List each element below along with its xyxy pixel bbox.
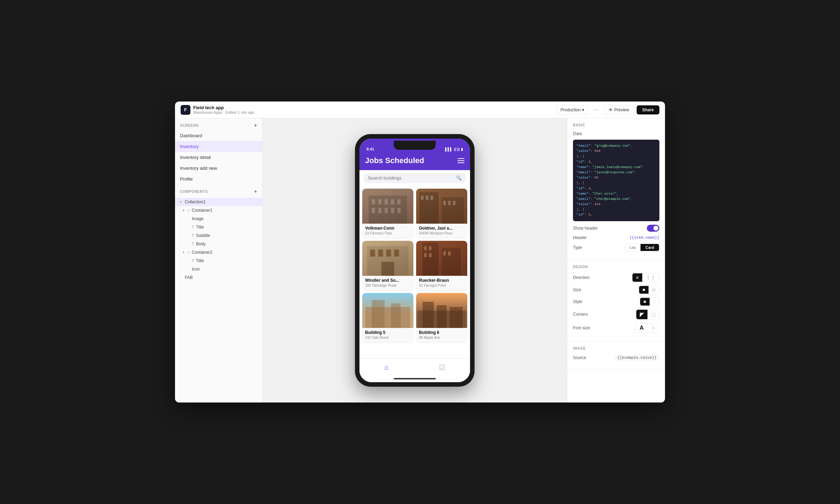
tree-item-icon[interactable]: Icon xyxy=(175,265,262,273)
card-address-5: 142 Oak Street xyxy=(365,336,411,340)
tree-item-subtitle[interactable]: T Subtitle xyxy=(175,231,262,240)
hamburger-menu-button[interactable] xyxy=(457,158,464,163)
code-line: }, { xyxy=(576,154,656,159)
svg-rect-21 xyxy=(378,250,383,257)
tab-tasks[interactable]: ☑ xyxy=(439,363,445,372)
tree-item-collection1[interactable]: ▾ Collection1 xyxy=(175,198,262,206)
corners-rounded-button[interactable]: ◤ xyxy=(636,310,648,319)
header-row: Header {{item.name}} xyxy=(573,235,659,240)
tree-item-label: Icon xyxy=(192,267,200,272)
basic-label: BASIC xyxy=(573,123,659,127)
eye-icon: 👁 xyxy=(609,107,613,112)
svg-rect-9 xyxy=(391,208,394,213)
corners-toggle: ◤ ◻ xyxy=(636,309,659,320)
svg-rect-6 xyxy=(372,208,375,213)
type-card-button[interactable]: Card xyxy=(640,244,659,251)
svg-rect-35 xyxy=(391,303,400,328)
svg-rect-2 xyxy=(378,199,382,204)
card-info-3: Windler and So... 180 Talmadge Road xyxy=(362,276,413,290)
building-card-5[interactable]: Building 5 142 Oak Street xyxy=(362,293,413,342)
card-address-3: 180 Talmadge Road xyxy=(365,284,411,287)
show-header-row: Show header xyxy=(573,225,659,232)
font-size-label: Font size xyxy=(573,326,590,330)
show-header-toggle[interactable] xyxy=(647,225,659,232)
card-name-6: Building 6 xyxy=(419,330,464,335)
style-label: Style xyxy=(573,299,582,304)
container-icon: □ xyxy=(188,251,190,254)
building-card-4[interactable]: Ruecker-Braun 52 Farragut Point xyxy=(416,241,467,290)
svg-rect-7 xyxy=(378,208,382,213)
tab-home[interactable]: ⌂ xyxy=(384,363,388,371)
direction-cols-button[interactable]: ⋮⋮ xyxy=(642,273,659,282)
svg-rect-39 xyxy=(450,307,463,328)
tree-item-container1[interactable]: ▾ □ Container1 xyxy=(175,206,262,215)
building-card-3[interactable]: Windler and So... 180 Talmadge Road xyxy=(362,241,413,290)
app-icon: F xyxy=(181,105,190,115)
size-half-button[interactable]: ⊞ xyxy=(649,286,659,294)
chevron-down-icon: ▾ xyxy=(582,107,584,112)
tree-item-body[interactable]: T Body xyxy=(175,240,262,248)
design-section: DESIGN Direction ≡ ⋮⋮ Size ■ ⊞ xyxy=(567,260,665,342)
svg-rect-32 xyxy=(448,251,450,255)
direction-toggle: ≡ ⋮⋮ xyxy=(632,273,659,282)
card-address-2: 34699 Westport Pass xyxy=(419,231,464,235)
svg-rect-15 xyxy=(430,196,433,200)
style-filled-button[interactable]: ■ xyxy=(640,298,650,306)
phone-mockup: 9:41 ▌▌▌ ((·)) ▮ Jobs Scheduled xyxy=(355,134,474,386)
search-input[interactable] xyxy=(368,175,453,181)
screen-item-inventory-detail[interactable]: Inventory detail xyxy=(175,152,262,163)
source-row: Source {{example.value}} xyxy=(573,355,659,361)
svg-rect-38 xyxy=(437,305,446,328)
search-box[interactable]: 🔍 xyxy=(364,173,466,183)
more-options-button[interactable]: ··· xyxy=(591,105,601,115)
tree-item-label: Subtitle xyxy=(196,233,210,238)
direction-rows-button[interactable]: ≡ xyxy=(632,273,642,282)
screen-item-profile[interactable]: Profile xyxy=(175,174,262,184)
code-line: "email": "greg@company.com", xyxy=(576,143,656,148)
phone-screen: 9:41 ▌▌▌ ((·)) ▮ Jobs Scheduled xyxy=(359,139,470,382)
screen-item-inventory[interactable]: Inventory xyxy=(175,141,262,152)
preview-button[interactable]: 👁 Preview xyxy=(604,105,634,114)
building-card-2[interactable]: Goldner, Jast a... 34699 Westport Pass xyxy=(416,189,467,238)
type-list-button[interactable]: List xyxy=(625,244,640,251)
app-subtitle: Warehouse Apps · Edited 1 min ago xyxy=(193,110,554,114)
add-component-button[interactable]: + xyxy=(254,189,257,194)
add-screen-button[interactable]: + xyxy=(254,122,257,128)
main-layout: SCREENS + Dashboard Inventory Inventory … xyxy=(175,118,665,402)
share-button[interactable]: Share xyxy=(637,105,659,114)
svg-rect-20 xyxy=(370,250,375,257)
card-info-4: Ruecker-Braun 52 Farragut Point xyxy=(416,276,467,290)
tree-item-title1[interactable]: T Title xyxy=(175,223,262,231)
corners-row: Corners ◤ ◻ xyxy=(573,309,659,320)
building-card-6[interactable]: Building 6 89 Maple Ave xyxy=(416,293,467,342)
direction-label: Direction xyxy=(573,275,589,280)
chevron-icon: ▾ xyxy=(183,251,186,254)
production-button[interactable]: Production ▾ xyxy=(557,105,588,114)
svg-rect-27 xyxy=(424,246,427,250)
corners-square-button[interactable]: ◻ xyxy=(648,310,659,319)
font-large-button[interactable]: A xyxy=(635,323,648,332)
svg-rect-5 xyxy=(397,199,400,204)
tree-item-container2[interactable]: ▾ □ Container2 xyxy=(175,248,262,257)
screen-item-dashboard[interactable]: Dashboard xyxy=(175,130,262,141)
code-line: "sales": 424 xyxy=(576,202,656,207)
basic-section: BASIC Data "email": "greg@company.com", … xyxy=(567,118,665,260)
tree-item-fab[interactable]: FAB xyxy=(175,273,262,282)
image-section: IMAGE Source {{example.value}} xyxy=(567,342,665,370)
tree-item-label: Body xyxy=(196,241,205,246)
building-card-1[interactable]: Volkman-Conn 23 Clemons Park xyxy=(362,189,413,238)
font-small-button[interactable]: A xyxy=(648,323,659,332)
component-tree: ▾ Collection1 ▾ □ Container1 Image T xyxy=(175,198,262,282)
tasks-icon: ☑ xyxy=(439,363,445,372)
signal-icon: ▌▌▌ xyxy=(445,147,453,151)
size-full-button[interactable]: ■ xyxy=(639,286,649,294)
style-outline-button[interactable]: □ xyxy=(650,298,659,306)
screen-item-inventory-add-new[interactable]: Inventory add new xyxy=(175,163,262,174)
tree-item-title2[interactable]: T Title xyxy=(175,257,262,265)
type-row: Type List Card xyxy=(573,244,659,251)
tree-item-image[interactable]: Image xyxy=(175,215,262,223)
image-section-label: IMAGE xyxy=(573,346,659,350)
code-line: "email": "cher@example.com", xyxy=(576,196,656,202)
home-icon: ⌂ xyxy=(384,363,388,371)
svg-rect-13 xyxy=(421,196,424,200)
